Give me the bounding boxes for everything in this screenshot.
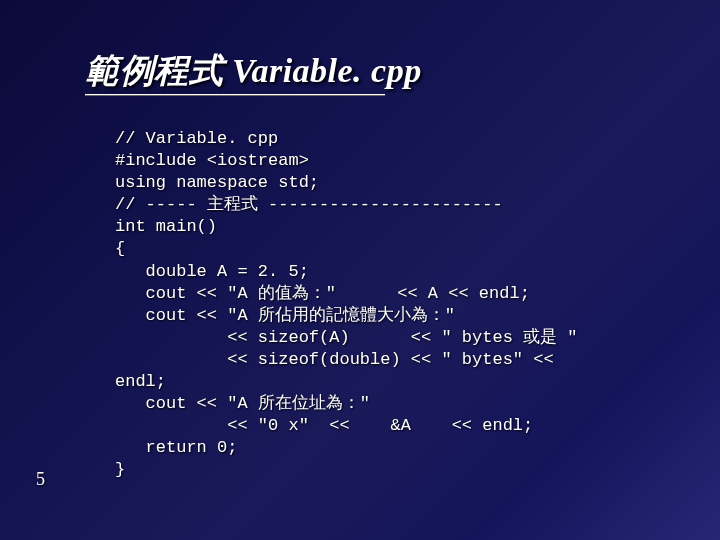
code-block: // Variable. cpp #include <iostream> usi… xyxy=(115,128,577,482)
page-number: 5 xyxy=(36,469,45,490)
title-underline xyxy=(85,94,385,95)
slide: 範例程式 Variable. cpp // Variable. cpp #inc… xyxy=(0,0,720,540)
slide-title: 範例程式 Variable. cpp xyxy=(85,48,422,94)
